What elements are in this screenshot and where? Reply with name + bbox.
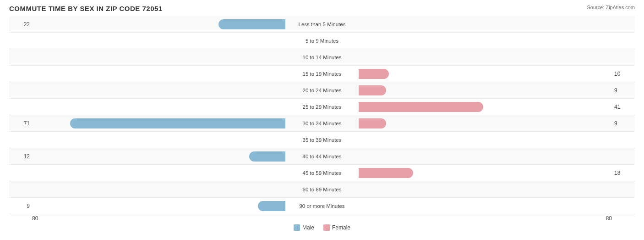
row-label: Less than 5 Minutes	[285, 22, 359, 27]
axis-right: 80	[606, 215, 612, 222]
bars-center: 45 to 59 Minutes	[32, 165, 612, 181]
row-label: 35 to 39 Minutes	[285, 137, 359, 143]
source-label: Source: ZipAtlas.com	[587, 5, 635, 10]
female-value: 9	[612, 87, 635, 94]
chart-title: COMMUTE TIME BY SEX IN ZIP CODE 72051	[9, 5, 635, 12]
female-bar-area	[359, 118, 612, 128]
female-bar-area	[359, 52, 612, 62]
male-value: 71	[9, 120, 32, 127]
bars-center: 10 to 14 Minutes	[32, 49, 612, 65]
female-bar-area	[359, 168, 612, 178]
female-value: 18	[612, 170, 635, 176]
female-value: 41	[612, 104, 635, 110]
bars-center: 25 to 29 Minutes	[32, 99, 612, 115]
female-bar	[359, 85, 386, 95]
axis-labels: 80 80	[9, 215, 635, 222]
male-bar-area	[32, 118, 285, 128]
table-row: 45 to 59 Minutes18	[9, 165, 635, 181]
legend-female-label: Female	[332, 224, 350, 231]
male-bar-area	[32, 135, 285, 145]
table-row: 60 to 89 Minutes	[9, 181, 635, 198]
table-row: 5 to 9 Minutes	[9, 33, 635, 49]
female-bar-area	[359, 184, 612, 195]
row-label: 90 or more Minutes	[285, 203, 359, 209]
male-bar-area	[32, 36, 285, 46]
male-bar-area	[32, 85, 285, 95]
row-label: 45 to 59 Minutes	[285, 170, 359, 176]
table-row: 20 to 24 Minutes9	[9, 82, 635, 99]
male-bar-area	[32, 69, 285, 79]
table-row: 990 or more Minutes	[9, 198, 635, 214]
legend-female: Female	[323, 224, 350, 231]
chart-area: 22Less than 5 Minutes5 to 9 Minutes10 to…	[9, 16, 635, 214]
female-bar-area	[359, 201, 612, 211]
legend-male-box	[294, 224, 300, 231]
male-value: 22	[9, 21, 32, 28]
bars-center: 30 to 34 Minutes	[32, 115, 612, 131]
table-row: 22Less than 5 Minutes	[9, 16, 635, 33]
female-bar	[359, 102, 483, 112]
legend-female-box	[323, 224, 330, 231]
female-bar-area	[359, 69, 612, 79]
male-bar-area	[32, 151, 285, 162]
bars-center: 60 to 89 Minutes	[32, 181, 612, 197]
table-row: 25 to 29 Minutes41	[9, 99, 635, 115]
male-bar	[70, 118, 285, 128]
male-bar	[218, 19, 285, 29]
male-bar-area	[32, 184, 285, 195]
legend-male-label: Male	[302, 224, 314, 231]
bars-center: 90 or more Minutes	[32, 198, 612, 214]
table-row: 7130 to 34 Minutes9	[9, 115, 635, 132]
bars-center: 35 to 39 Minutes	[32, 132, 612, 148]
bars-center: 20 to 24 Minutes	[32, 82, 612, 98]
row-label: 20 to 24 Minutes	[285, 88, 359, 93]
row-label: 15 to 19 Minutes	[285, 71, 359, 77]
female-bar-area	[359, 36, 612, 46]
male-value: 12	[9, 153, 32, 160]
bars-center: 15 to 19 Minutes	[32, 66, 612, 82]
row-label: 30 to 34 Minutes	[285, 121, 359, 126]
table-row: 15 to 19 Minutes10	[9, 66, 635, 82]
male-bar	[258, 201, 285, 211]
female-bar	[359, 69, 389, 79]
male-bar-area	[32, 52, 285, 62]
male-bar-area	[32, 102, 285, 112]
legend: Male Female	[9, 224, 635, 231]
row-label: 25 to 29 Minutes	[285, 104, 359, 110]
female-bar-area	[359, 135, 612, 145]
male-bar-area	[32, 19, 285, 29]
row-label: 10 to 14 Minutes	[285, 55, 359, 60]
female-bar-area	[359, 151, 612, 162]
row-label: 60 to 89 Minutes	[285, 187, 359, 192]
female-value: 10	[612, 71, 635, 77]
female-bar	[359, 168, 413, 178]
legend-male: Male	[294, 224, 314, 231]
male-bar-area	[32, 201, 285, 211]
bars-center: 5 to 9 Minutes	[32, 33, 612, 49]
table-row: 10 to 14 Minutes	[9, 49, 635, 66]
female-value: 9	[612, 120, 635, 127]
male-value: 9	[9, 203, 32, 209]
female-bar-area	[359, 102, 612, 112]
axis-left: 80	[32, 215, 38, 222]
female-bar-area	[359, 85, 612, 95]
bars-center: Less than 5 Minutes	[32, 16, 612, 32]
bars-center: 40 to 44 Minutes	[32, 148, 612, 164]
chart-container: COMMUTE TIME BY SEX IN ZIP CODE 72051 So…	[0, 0, 644, 240]
table-row: 35 to 39 Minutes	[9, 132, 635, 148]
table-row: 1240 to 44 Minutes	[9, 148, 635, 165]
female-bar-area	[359, 19, 612, 29]
male-bar-area	[32, 168, 285, 178]
row-label: 5 to 9 Minutes	[285, 38, 359, 44]
male-bar	[249, 151, 286, 162]
row-label: 40 to 44 Minutes	[285, 154, 359, 159]
female-bar	[359, 118, 386, 128]
